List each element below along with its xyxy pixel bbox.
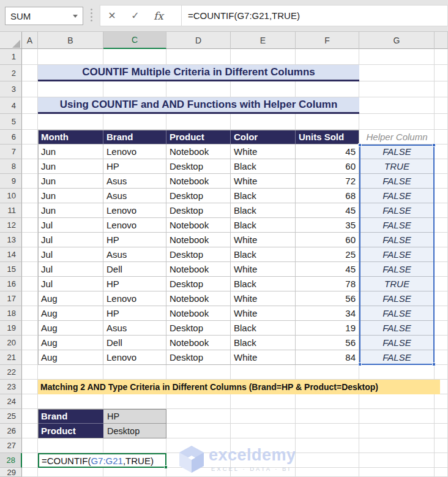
name-box-resize-grip[interactable] <box>91 9 92 21</box>
row-header-23[interactable]: 23 <box>0 380 22 394</box>
cell-product-row-18[interactable]: Notebook <box>166 306 231 321</box>
row-header-17[interactable]: 17 <box>0 291 22 306</box>
cell-product-row-8[interactable]: Desktop <box>166 159 231 174</box>
cell-brand-row-9[interactable]: Asus <box>103 174 166 189</box>
cell-product-row-12[interactable]: Notebook <box>166 218 231 233</box>
cell-units-row-20[interactable]: 56 <box>296 336 359 350</box>
row-header-11[interactable]: 11 <box>0 203 22 218</box>
cell-brand-row-12[interactable]: Lenovo <box>103 218 166 233</box>
cell[interactable] <box>22 49 38 65</box>
cell[interactable] <box>359 394 435 409</box>
cell-color-row-21[interactable]: White <box>231 350 296 365</box>
row-header-26[interactable]: 26 <box>0 424 22 438</box>
row-header-10[interactable]: 10 <box>0 189 22 203</box>
cell[interactable] <box>435 424 448 438</box>
cell-units-row-15[interactable]: 45 <box>296 262 359 277</box>
cell-month-row-17[interactable]: Aug <box>38 291 103 306</box>
cell[interactable] <box>296 438 359 453</box>
cell-units-row-7[interactable]: 45 <box>296 145 359 159</box>
cell[interactable] <box>435 189 448 203</box>
cell[interactable] <box>22 159 38 174</box>
cell-brand-row-13[interactable]: HP <box>103 233 166 247</box>
cell[interactable] <box>166 424 231 438</box>
cell[interactable] <box>22 365 38 380</box>
cell-color-row-20[interactable]: Black <box>231 336 296 350</box>
enter-icon[interactable]: ✓ <box>124 10 147 21</box>
cell[interactable] <box>22 277 38 291</box>
cell-color-row-11[interactable]: Black <box>231 203 296 218</box>
cell[interactable] <box>435 81 448 97</box>
cell-brand-row-19[interactable]: Asus <box>103 321 166 336</box>
cell-product-row-17[interactable]: Notebook <box>166 291 231 306</box>
criteria-value-brand[interactable]: HP <box>103 409 166 424</box>
row-header-7[interactable]: 7 <box>0 145 22 159</box>
cell-brand-row-21[interactable]: Lenovo <box>103 350 166 365</box>
cell-color-row-18[interactable]: White <box>231 306 296 321</box>
cell[interactable] <box>435 306 448 321</box>
cell[interactable] <box>38 365 103 380</box>
row-header-8[interactable]: 8 <box>0 159 22 174</box>
formula-bar-input[interactable]: =COUNTIF(G7:G21,TRUE) <box>185 10 300 21</box>
cell[interactable] <box>435 468 448 477</box>
row-header-15[interactable]: 15 <box>0 262 22 277</box>
cell-helper-row-11[interactable]: FALSE <box>359 203 435 218</box>
cell[interactable] <box>22 350 38 365</box>
cell-color-row-12[interactable]: Black <box>231 218 296 233</box>
cell-month-row-7[interactable]: Jun <box>38 145 103 159</box>
cell[interactable] <box>22 145 38 159</box>
cell[interactable] <box>435 130 448 145</box>
cell-product-row-20[interactable]: Notebook <box>166 336 231 350</box>
cell[interactable] <box>296 409 359 424</box>
cell[interactable] <box>296 49 359 65</box>
cell[interactable] <box>359 438 435 453</box>
cell-month-row-20[interactable]: Aug <box>38 336 103 350</box>
cell[interactable] <box>22 262 38 277</box>
row-header-12[interactable]: 12 <box>0 218 22 233</box>
cell[interactable] <box>38 81 103 97</box>
cell[interactable] <box>231 49 296 65</box>
cell[interactable] <box>103 49 166 65</box>
cell[interactable] <box>22 189 38 203</box>
cell[interactable] <box>22 394 38 409</box>
cell[interactable] <box>22 114 38 130</box>
row-header-1[interactable]: 1 <box>0 49 22 65</box>
cell-product-row-21[interactable]: Desktop <box>166 350 231 365</box>
cell[interactable] <box>435 394 448 409</box>
cell-helper-row-15[interactable]: FALSE <box>359 262 435 277</box>
cell[interactable] <box>435 145 448 159</box>
row-header-27[interactable]: 27 <box>0 438 22 453</box>
cell-month-row-9[interactable]: Jun <box>38 174 103 189</box>
column-header-E[interactable]: E <box>231 32 296 49</box>
cell[interactable] <box>166 49 231 65</box>
cell-units-row-8[interactable]: 60 <box>296 159 359 174</box>
cell-helper-row-8[interactable]: TRUE <box>359 159 435 174</box>
cell-brand-row-7[interactable]: Lenovo <box>103 145 166 159</box>
cell-color-row-15[interactable]: White <box>231 262 296 277</box>
cell-units-row-13[interactable]: 60 <box>296 233 359 247</box>
row-header-21[interactable]: 21 <box>0 350 22 365</box>
cell[interactable] <box>435 247 448 262</box>
cell[interactable] <box>22 424 38 438</box>
fill-handle[interactable] <box>164 465 168 469</box>
cell[interactable] <box>22 81 38 97</box>
subtitle-cell[interactable]: Using COUNTIF and AND Functions with Hel… <box>38 97 359 114</box>
cell-month-row-18[interactable]: Aug <box>38 306 103 321</box>
table-header-units-sold[interactable]: Units Sold <box>296 130 359 145</box>
cell[interactable] <box>296 365 359 380</box>
row-header-13[interactable]: 13 <box>0 233 22 247</box>
row-header-9[interactable]: 9 <box>0 174 22 189</box>
cell[interactable] <box>22 409 38 424</box>
cell[interactable] <box>231 453 296 468</box>
name-box[interactable]: SUM <box>5 7 83 25</box>
cell[interactable] <box>22 438 38 453</box>
row-header-16[interactable]: 16 <box>0 277 22 291</box>
cell[interactable] <box>231 409 296 424</box>
cell[interactable] <box>166 409 231 424</box>
cell[interactable] <box>103 365 166 380</box>
cell-month-row-14[interactable]: Jul <box>38 247 103 262</box>
criteria-banner-cell[interactable]: Matching 2 AND Type Criteria in Differen… <box>38 380 440 394</box>
row-header-6[interactable]: 6 <box>0 130 22 145</box>
cell-helper-row-20[interactable]: FALSE <box>359 336 435 350</box>
column-header-A[interactable]: A <box>22 32 38 49</box>
cell[interactable] <box>22 453 38 468</box>
